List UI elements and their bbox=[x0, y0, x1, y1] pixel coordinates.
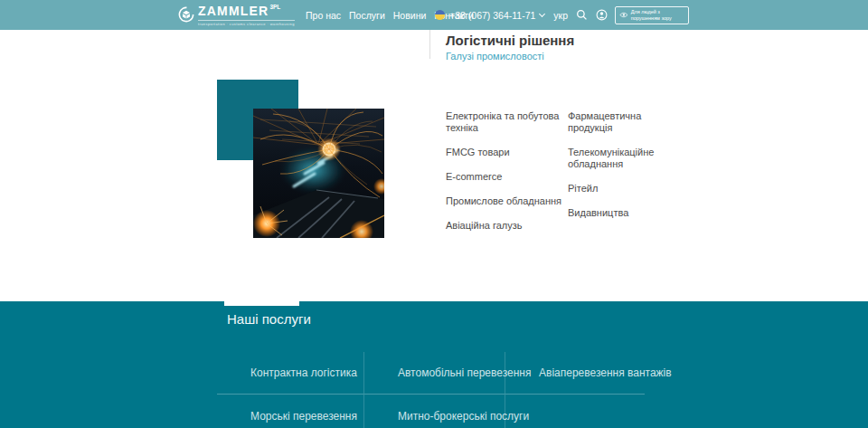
service-link[interactable]: Морські перевезення bbox=[217, 395, 364, 428]
industries-list: Електроніка та побутова технікаFMCG това… bbox=[446, 110, 685, 232]
accessibility-mode-button[interactable]: Для людей з порушенням зору bbox=[615, 6, 689, 24]
header-utilities: +38 (067) 364-11-71 укр Для людей з пору… bbox=[435, 0, 689, 30]
eye-icon bbox=[619, 11, 628, 19]
zammler-logo[interactable]: ZAMMLER 3PL transportation · customs cle… bbox=[178, 5, 295, 26]
search-icon[interactable] bbox=[576, 9, 588, 21]
top-header: ZAMMLER 3PL transportation · customs cle… bbox=[0, 0, 868, 30]
language-switcher[interactable]: укр bbox=[553, 10, 568, 21]
user-icon[interactable] bbox=[596, 9, 608, 21]
services-grid: Контрактна логістикаАвтомобільні перевез… bbox=[217, 352, 645, 428]
industry-link[interactable]: Видавництва bbox=[568, 207, 685, 219]
service-link[interactable]: Автомобільні перевезення bbox=[364, 352, 505, 395]
heading-left-divider bbox=[429, 30, 430, 59]
industries-column-2: Фармацевтична продукціяТелекомунікаційне… bbox=[568, 110, 685, 232]
industry-link[interactable]: Промислове обладнання bbox=[446, 195, 568, 207]
logo-tagline: transportation · customs clearance · war… bbox=[198, 20, 295, 26]
service-cell-empty bbox=[505, 395, 645, 428]
nav-link[interactable]: Новини bbox=[393, 10, 427, 21]
chevron-down-icon[interactable] bbox=[539, 11, 545, 17]
page-title: Логістичні рішення bbox=[446, 33, 574, 48]
phone-number[interactable]: +38 (067) 364-11-71 bbox=[449, 10, 535, 21]
industry-link[interactable]: Електроніка та побутова техніка bbox=[446, 110, 568, 134]
industry-photo bbox=[253, 109, 384, 238]
services-title: Наші послуги bbox=[227, 311, 311, 327]
logo-3pl-suffix: 3PL bbox=[269, 4, 280, 10]
industry-link[interactable]: E-commerce bbox=[446, 171, 568, 183]
industry-link[interactable]: Авіаційна галузь bbox=[446, 220, 568, 232]
accessibility-button-label: Для людей з порушенням зору bbox=[631, 9, 684, 21]
band-white-notch bbox=[224, 301, 299, 306]
nav-link[interactable]: Про нас bbox=[306, 10, 341, 21]
logo-box-icon bbox=[178, 6, 194, 23]
industry-link[interactable]: Фармацевтична продукція bbox=[568, 110, 685, 134]
services-section: Наші послуги Контрактна логістикаАвтомоб… bbox=[0, 301, 868, 428]
ukraine-flag-icon bbox=[435, 10, 445, 20]
industries-breadcrumb-link[interactable]: Галузі промисловості bbox=[446, 51, 544, 62]
industry-link[interactable]: FMCG товари bbox=[446, 147, 568, 158]
service-link[interactable]: Митно-брокерські послуги bbox=[364, 395, 505, 428]
service-link[interactable]: Контрактна логістика bbox=[217, 352, 364, 395]
nav-link[interactable]: Послуги bbox=[349, 10, 385, 21]
industry-link[interactable]: Телекомунікаційне обладнання bbox=[568, 147, 685, 170]
service-link[interactable]: Авіаперевезення вантажів bbox=[505, 352, 645, 395]
industries-column-1: Електроніка та побутова технікаFMCG това… bbox=[446, 110, 568, 232]
industry-link[interactable]: Рітейл bbox=[568, 183, 685, 195]
logo-text: ZAMMLER bbox=[198, 5, 269, 18]
